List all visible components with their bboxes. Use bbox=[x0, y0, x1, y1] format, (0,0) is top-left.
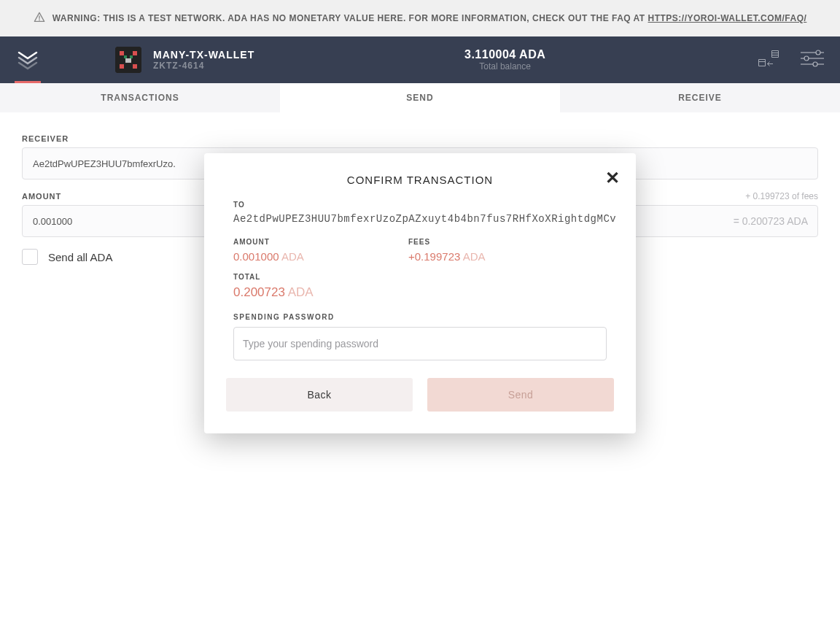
modal-to-value: Ae2tdPwUPEZ3HUU7bmfexrUzoZpAZxuyt4b4bn7f… bbox=[233, 213, 607, 225]
modal-fees-label: FEES bbox=[408, 238, 554, 246]
close-icon[interactable]: ✕ bbox=[605, 169, 620, 187]
modal-backdrop: CONFIRM TRANSACTION ✕ TO Ae2tdPwUPEZ3HUU… bbox=[0, 0, 840, 618]
modal-fees-num: +0.199723 bbox=[408, 250, 460, 263]
modal-total-label: TOTAL bbox=[233, 273, 607, 281]
confirm-transaction-modal: CONFIRM TRANSACTION ✕ TO Ae2tdPwUPEZ3HUU… bbox=[204, 153, 636, 433]
modal-fees-value: +0.199723 ADA bbox=[408, 250, 554, 263]
spending-password-input[interactable] bbox=[233, 327, 607, 360]
back-button[interactable]: Back bbox=[226, 378, 413, 412]
modal-total-unit: ADA bbox=[288, 285, 314, 299]
modal-amount-label: AMOUNT bbox=[233, 238, 379, 246]
modal-amount-unit: ADA bbox=[281, 250, 304, 263]
modal-amount-value: 0.001000 ADA bbox=[233, 250, 379, 263]
modal-fees-unit: ADA bbox=[463, 250, 486, 263]
send-button[interactable]: Send bbox=[427, 378, 614, 412]
modal-total-value: 0.200723 ADA bbox=[233, 285, 607, 300]
modal-total-num: 0.200723 bbox=[233, 285, 285, 299]
modal-to-label: TO bbox=[233, 201, 607, 209]
modal-title: CONFIRM TRANSACTION bbox=[226, 174, 614, 186]
spending-password-label: SPENDING PASSWORD bbox=[233, 313, 607, 321]
modal-amount-num: 0.001000 bbox=[233, 250, 279, 263]
